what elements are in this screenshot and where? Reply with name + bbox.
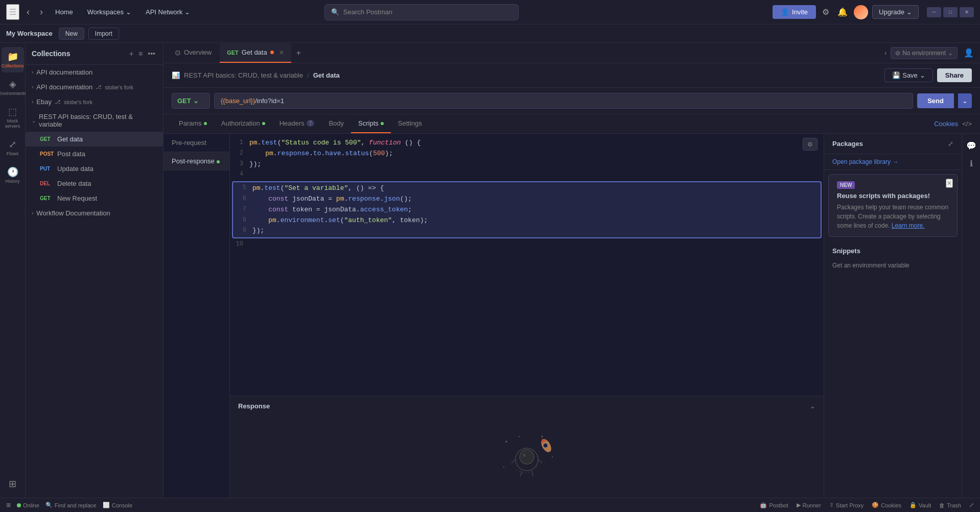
method-selector[interactable]: GET ⌄ [172,93,210,109]
tab-overview[interactable]: ⊙ Overview [168,43,219,63]
tab-authorization[interactable]: Authorization [214,114,272,133]
request-del-data[interactable]: DEL Delete data [26,176,163,191]
breadcrumb-item: Get data [313,71,340,79]
upgrade-button[interactable]: Upgrade ⌄ [872,5,919,19]
collection-api-doc-2[interactable]: › API documentation ⎇ stobe's fork [26,80,163,94]
vault-button[interactable]: 🔒 Vault [909,502,931,508]
filter-collections-button[interactable]: ≡ [137,48,144,59]
settings-icon[interactable]: ⚙ [820,5,831,19]
workspaces-dropdown[interactable]: Workspaces ⌄ [82,6,136,18]
collection-workflow-doc[interactable]: › Workflow Documentation [26,206,163,221]
params-dot [204,122,207,125]
console-button[interactable]: ⬜ Console [103,502,132,508]
history-icon: 🕐 [7,166,18,178]
sidebar-item-mock-servers[interactable]: ⬚ Mock servers [2,102,24,133]
close-tab-icon[interactable]: ✕ [279,49,284,56]
environment-selector[interactable]: ⊘ No environment ⌄ [891,47,958,59]
close-button[interactable]: ✕ [960,7,974,17]
chevron-left-icon[interactable]: ‹ [884,49,886,57]
chevron-down-icon: ⌄ [193,97,199,105]
open-library-link[interactable]: Open package library → [824,154,962,170]
code-editor[interactable]: 1 pm.test("Status code is 500", function… [230,134,824,396]
environments-icon: ◈ [9,79,16,90]
expand-icon[interactable]: ⤢ [969,502,974,508]
start-proxy-button[interactable]: ⇧ Start Proxy [829,502,864,508]
trash-button[interactable]: 🗑 Trash [939,502,961,508]
snippet-env-var[interactable]: Get an environment variable [824,258,962,273]
code-line-4: 4 [230,169,824,180]
add-collection-button[interactable]: + [128,48,135,59]
script-container: Pre-request Post-response ⚙ 1 [164,134,980,498]
more-options-button[interactable]: ••• [146,48,157,59]
sidebar-item-environments[interactable]: ◈ Environments [2,75,24,100]
no-env-icon: ⊘ [895,50,900,57]
close-ad-button[interactable]: ✕ [946,179,953,188]
cookies-button[interactable]: Cookies [934,120,958,128]
request-put-data[interactable]: PUT Update data [26,161,163,176]
forward-button[interactable]: › [37,5,46,19]
collection-api-doc-1[interactable]: › API documentation [26,65,163,80]
find-replace-button[interactable]: 🔍 Find and replace [45,502,97,508]
breadcrumb: 📊 REST API basics: CRUD, test & variable… [164,63,980,88]
comments-icon[interactable]: 💬 [963,138,979,154]
fork-label: stobe's fork [64,99,92,105]
postbot-button[interactable]: 🤖 Postbot [760,502,788,508]
icon-nav: 📁 Collections ◈ Environments ⬚ Mock serv… [0,43,26,498]
tab-headers[interactable]: Headers 7 [272,114,322,133]
profile-icon[interactable]: 👤 [962,46,976,60]
maximize-button[interactable]: □ [943,7,958,17]
request-get-data[interactable]: GET Get data [26,132,163,147]
save-button[interactable]: 💾 Save ⌄ [884,68,933,82]
method-badge: POST [40,151,54,157]
home-link[interactable]: Home [50,6,78,18]
sub-tabs: Params Authorization Headers 7 Body Scri… [164,114,980,134]
info-icon[interactable]: ℹ [967,156,976,172]
response-header[interactable]: Response ⌄ [230,396,824,416]
request-name: Get data [57,135,83,143]
cookies-status-button[interactable]: 🍪 Cookies [872,502,901,508]
request-post-data[interactable]: POST Post data [26,147,163,161]
tab-body[interactable]: Body [321,114,351,133]
svg-line-5 [521,471,522,476]
code-tools-button[interactable]: ⚙ [803,138,818,151]
api-network-dropdown[interactable]: API Network ⌄ [141,6,195,18]
share-button[interactable]: Share [937,68,972,82]
import-button[interactable]: Import [88,28,119,40]
back-button[interactable]: ‹ [24,5,33,19]
tab-settings[interactable]: Settings [391,114,429,133]
chevron-down-icon: ⌄ [906,8,912,16]
sidebar-item-add[interactable]: ⊞ [2,474,24,494]
avatar[interactable] [854,5,868,19]
expand-packages-icon[interactable]: ⤢ [948,140,953,148]
collection-ebay[interactable]: › Ebay ⎇ stobe's fork [26,94,163,109]
url-input[interactable]: {{base_url}}/info?id=1 [214,93,913,109]
send-button[interactable]: Send [917,93,954,108]
minimize-button[interactable]: ─ [927,7,941,17]
send-dropdown-button[interactable]: ⌄ [958,93,972,108]
sidebar-item-collections[interactable]: 📁 Collections [2,47,24,72]
bootcamp-icon[interactable]: ⊞ [6,502,11,508]
invite-button[interactable]: 👤 Invite [773,5,816,19]
search-bar[interactable]: 🔍 Search Postman [324,4,519,20]
runner-button[interactable]: ▶ Runner [797,502,821,508]
collection-rest-api[interactable]: ⌄ REST API basics: CRUD, test & variable [26,109,163,132]
learn-more-link[interactable]: Learn more. [892,222,925,229]
add-tab-button[interactable]: + [292,46,305,60]
sidebar-item-flows[interactable]: ⤢ Flows [2,135,24,160]
request-new[interactable]: GET New Request [26,191,163,206]
online-status[interactable]: Online [17,502,39,508]
sidebar-item-history[interactable]: 🕐 History [2,162,24,188]
tab-scripts[interactable]: Scripts [351,114,391,133]
tab-get-data[interactable]: GET Get data ✕ [220,43,291,63]
code-icon[interactable]: </> [962,120,972,128]
save-icon: 💾 [892,71,900,79]
notifications-icon[interactable]: 🔔 [835,5,850,19]
topbar: ☰ ‹ › Home Workspaces ⌄ API Network ⌄ 🔍 … [0,0,980,25]
pre-request-nav[interactable]: Pre-request [164,134,229,152]
tab-params[interactable]: Params [172,114,214,133]
new-button[interactable]: New [59,28,84,40]
fork-label: stobe's fork [105,84,133,90]
menu-icon[interactable]: ☰ [6,4,19,20]
unsaved-dot [270,51,274,54]
post-response-nav[interactable]: Post-response [164,152,229,170]
